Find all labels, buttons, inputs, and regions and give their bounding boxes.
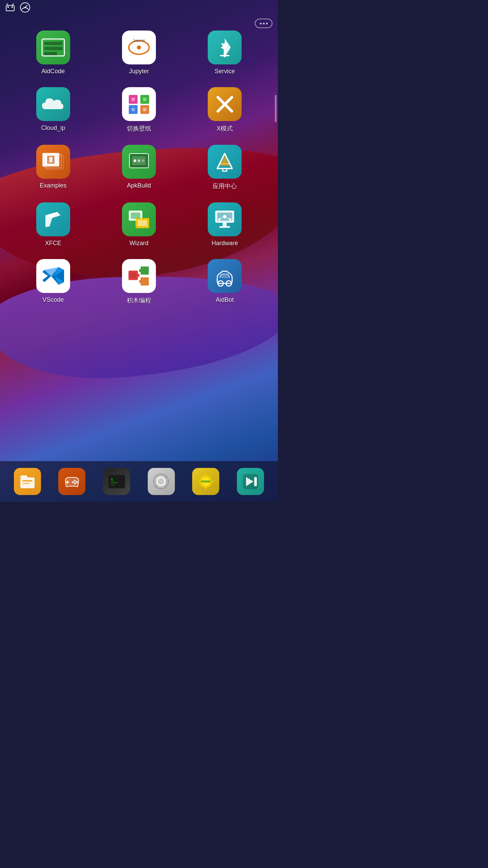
app-wizard[interactable]: Wizard	[96, 197, 182, 254]
aidbot-label: AidBot	[216, 296, 234, 303]
hardware-label: Hardware	[211, 240, 238, 247]
svg-point-66	[74, 480, 76, 482]
app-appstore[interactable]: 应用中心	[182, 139, 268, 197]
svg-rect-41	[131, 213, 140, 219]
wizard-icon	[122, 202, 156, 236]
svg-rect-10	[44, 47, 62, 50]
svg-rect-84	[201, 480, 211, 482]
xmode-label: X模式	[217, 124, 233, 133]
svg-rect-1	[7, 6, 9, 8]
svg-text:Jupyter: Jupyter	[133, 38, 145, 42]
aidcode-icon	[36, 31, 70, 64]
dock: $_	[0, 461, 278, 502]
app-xmode[interactable]: X模式	[182, 82, 268, 139]
svg-rect-45	[223, 223, 227, 226]
apkbuild-icon	[122, 145, 156, 179]
vscode-icon	[36, 259, 70, 293]
svg-rect-63	[22, 483, 30, 484]
wallpaper-label: 切换壁纸	[127, 124, 151, 133]
app-jimu[interactable]: 积木编程	[96, 254, 182, 311]
apkbuild-label: ApkBuild	[127, 182, 151, 189]
svg-rect-23	[143, 108, 146, 111]
svg-point-69	[72, 481, 74, 483]
svg-point-35	[138, 159, 140, 162]
examples-icon	[36, 145, 70, 179]
svg-rect-0	[6, 5, 14, 11]
xmode-icon	[208, 87, 242, 121]
hardware-icon	[208, 202, 242, 236]
app-service[interactable]: Service	[182, 25, 268, 82]
xfce-icon	[36, 202, 70, 236]
jupyter-label: Jupyter	[129, 68, 149, 75]
svg-rect-2	[12, 6, 13, 8]
wizard-label: Wizard	[129, 240, 148, 247]
cloudip-icon	[36, 87, 70, 121]
aidcode-label: AidCode	[41, 68, 65, 75]
app-aidbot[interactable]: AidBot	[182, 254, 268, 311]
app-wallpaper[interactable]: 切换壁纸	[96, 82, 182, 139]
xfce-label: XFCE	[45, 240, 61, 247]
svg-point-55	[130, 272, 137, 279]
speedometer-icon	[19, 1, 31, 14]
app-apkbuild[interactable]: ApkBuild	[96, 139, 182, 197]
app-grid: AidCode Jupyter Jupyter Service	[0, 18, 278, 311]
svg-rect-29	[49, 157, 53, 162]
jimu-label: 积木编程	[127, 296, 151, 304]
svg-rect-62	[22, 480, 33, 481]
appstore-label: 应用中心	[212, 182, 237, 190]
service-label: Service	[215, 68, 235, 75]
svg-point-34	[134, 159, 136, 162]
scrollbar	[275, 95, 277, 122]
jupyter-icon: Jupyter	[122, 31, 156, 64]
svg-rect-42	[138, 220, 147, 226]
dock-sun[interactable]	[192, 468, 219, 495]
jimu-icon	[122, 259, 156, 293]
app-cloudip[interactable]: Cloud_ip	[10, 82, 96, 139]
wallpaper-icon	[122, 87, 156, 121]
svg-rect-9	[44, 42, 62, 45]
app-xfce[interactable]: XFCE	[10, 197, 96, 254]
svg-text:$_: $_	[111, 477, 116, 482]
dock-gamecontroller[interactable]	[58, 468, 85, 495]
service-icon	[208, 31, 242, 64]
svg-rect-22	[131, 108, 135, 111]
cloudip-label: Cloud_ip	[41, 124, 65, 132]
aidbot-icon	[208, 259, 242, 293]
svg-point-57	[139, 269, 142, 272]
app-vscode[interactable]: VScode	[10, 254, 96, 311]
svg-point-7	[24, 7, 26, 8]
app-aidcode[interactable]: AidCode	[10, 25, 96, 82]
vscode-label: VScode	[42, 296, 64, 303]
android-icon	[4, 1, 16, 14]
svg-point-68	[74, 482, 76, 485]
svg-point-13	[137, 45, 141, 50]
svg-rect-11	[44, 52, 57, 55]
svg-point-67	[76, 481, 78, 483]
svg-rect-46	[219, 226, 230, 228]
dock-terminal[interactable]: $_	[103, 468, 130, 495]
svg-rect-21	[143, 98, 146, 101]
app-hardware[interactable]: Hardware	[182, 197, 268, 254]
svg-point-36	[142, 159, 144, 162]
dock-halo[interactable]	[148, 468, 175, 495]
app-examples[interactable]: Examples	[10, 139, 96, 197]
app-jupyter[interactable]: Jupyter Jupyter	[96, 25, 182, 82]
svg-point-58	[139, 280, 142, 283]
svg-rect-87	[254, 477, 257, 486]
svg-point-77	[158, 478, 164, 485]
dock-forward[interactable]	[237, 468, 264, 495]
examples-label: Examples	[40, 182, 66, 189]
appstore-icon	[208, 145, 242, 179]
dock-files[interactable]	[14, 468, 41, 495]
svg-rect-20	[131, 98, 135, 101]
status-bar	[0, 0, 278, 15]
svg-point-56	[136, 274, 140, 277]
